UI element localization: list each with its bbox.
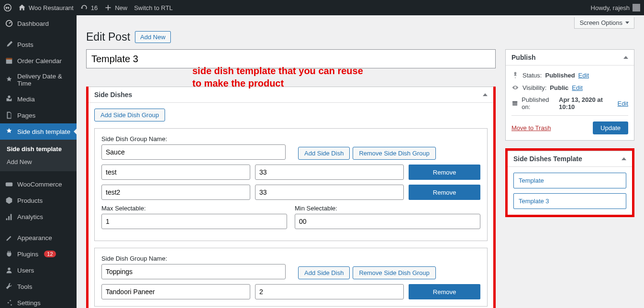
move-to-trash-link[interactable]: Move to Trash [511, 124, 551, 132]
publish-header[interactable]: Publish [506, 50, 634, 66]
svg-rect-4 [6, 182, 12, 186]
status-value: Published [545, 72, 575, 79]
site-name-link[interactable]: Woo Restaurant [18, 4, 74, 11]
add-side-dish-group-button[interactable]: Add Side Dish Group [94, 109, 165, 121]
dish-name-input[interactable] [101, 185, 250, 200]
visibility-value: Public [550, 84, 568, 91]
group-name-input[interactable] [101, 264, 286, 279]
dish-value-input[interactable] [255, 284, 404, 299]
side-dishes-panel: Side Dishes Add Side Dish Group Side Dis… [89, 87, 493, 308]
menu-settings[interactable]: Settings [0, 295, 77, 308]
svg-point-6 [10, 300, 11, 301]
svg-rect-3 [6, 58, 12, 60]
update-button[interactable]: Update [593, 121, 628, 134]
add-new-button[interactable]: Add New [135, 31, 171, 43]
templates-title: Side Dishes Template [513, 155, 582, 163]
triangle-up-icon [483, 93, 488, 96]
menu-plugins[interactable]: Plugins12 [0, 246, 77, 262]
svg-point-7 [8, 302, 9, 304]
switch-rtl-link[interactable]: Switch to RTL [134, 4, 173, 11]
published-on-value: Apr 13, 2020 at 10:10 [559, 96, 614, 110]
menu-analytics[interactable]: Analytics [0, 209, 77, 225]
svg-point-5 [8, 268, 10, 270]
dish-name-input[interactable] [101, 284, 250, 299]
howdy-link[interactable]: Howdy, rajesh [591, 4, 640, 11]
add-side-dish-button[interactable]: Add Side Dish [298, 266, 350, 279]
admin-sidebar: Dashboard Posts Order Calendar Delivery … [0, 15, 77, 308]
main-column: side dish template that you can reuse to… [86, 49, 496, 308]
publish-title: Publish [511, 54, 536, 61]
eye-icon [511, 84, 519, 91]
max-selectable-label: Max Selectable: [101, 205, 287, 212]
templates-panel: Side Dishes Template Template Template 3 [508, 151, 632, 215]
dish-name-input[interactable] [101, 165, 250, 180]
content: Screen Options Edit Post Add New side di… [77, 15, 644, 308]
menu-tools[interactable]: Tools [0, 278, 77, 295]
menu-order-calendar[interactable]: Order Calendar [0, 53, 77, 69]
svg-point-8 [11, 304, 12, 306]
menu-woocommerce[interactable]: WooCommerce [0, 176, 77, 192]
edit-date-link[interactable]: Edit [618, 100, 628, 107]
remove-dish-button[interactable]: Remove [409, 165, 480, 180]
triangle-up-icon [622, 157, 626, 160]
annotation-red-box-main: Side Dishes Add Side Dish Group Side Dis… [86, 87, 496, 308]
admin-bar: Woo Restaurant 16 New Switch to RTL Howd… [0, 0, 644, 15]
submenu-add-new[interactable]: Add New [0, 155, 77, 168]
group-name-label: Side Dish Group Name: [101, 255, 286, 262]
wp-logo[interactable] [4, 4, 11, 11]
min-selectable-label: Min Selectable: [295, 205, 480, 212]
max-selectable-input[interactable] [101, 214, 287, 229]
submenu-side-dish: Side dish template Add New [0, 140, 77, 171]
menu-media[interactable]: Media [0, 91, 77, 107]
dish-value-input[interactable] [255, 185, 404, 200]
updates-count: 16 [91, 4, 98, 11]
site-name: Woo Restaurant [29, 4, 74, 11]
annotation-red-box-side: Side Dishes Template Template Template 3 [505, 148, 634, 217]
template-item[interactable]: Template [513, 173, 626, 188]
menu-posts[interactable]: Posts [0, 36, 77, 53]
page-title: Edit Post [86, 31, 130, 44]
status-label: Status: [522, 72, 542, 79]
remove-dish-button[interactable]: Remove [409, 185, 480, 200]
chevron-down-icon [625, 22, 629, 24]
menu-delivery-date[interactable]: Delivery Date & Time [0, 69, 77, 91]
menu-products[interactable]: Products [0, 192, 77, 209]
calendar-icon [511, 99, 518, 107]
side-column: Publish Status: Published Edit Visibilit… [505, 49, 634, 308]
add-side-dish-button[interactable]: Add Side Dish [298, 147, 350, 160]
group-name-input[interactable] [101, 144, 286, 160]
menu-users[interactable]: Users [0, 262, 77, 278]
publish-panel: Publish Status: Published Edit Visibilit… [505, 49, 634, 141]
svg-rect-10 [512, 101, 517, 102]
avatar [633, 4, 640, 11]
group-name-label: Side Dish Group Name: [101, 135, 286, 143]
pin-icon [511, 71, 519, 79]
menu-appearance[interactable]: Appearance [0, 230, 77, 246]
visibility-label: Visibility: [522, 84, 546, 91]
min-selectable-input[interactable] [295, 214, 480, 229]
dish-value-input[interactable] [255, 165, 404, 180]
screen-options-toggle[interactable]: Screen Options [574, 17, 634, 29]
menu-dashboard[interactable]: Dashboard [0, 15, 77, 32]
edit-status-link[interactable]: Edit [578, 72, 589, 79]
plugins-badge: 12 [44, 251, 56, 257]
submenu-template-list[interactable]: Side dish template [0, 143, 77, 155]
remove-group-button[interactable]: Remove Side Dish Group [353, 147, 435, 160]
edit-visibility-link[interactable]: Edit [572, 84, 582, 91]
updates-link[interactable]: 16 [80, 4, 98, 11]
published-on-label: Published on: [522, 96, 555, 110]
template-item[interactable]: Template 3 [513, 193, 626, 209]
new-link[interactable]: New [104, 4, 127, 11]
remove-group-button[interactable]: Remove Side Dish Group [353, 266, 435, 279]
remove-dish-button[interactable]: Remove [409, 284, 480, 299]
side-dish-group: Side Dish Group Name: Add Side Dish Remo… [94, 248, 488, 307]
new-label: New [115, 4, 127, 11]
side-dish-group: Side Dish Group Name: Add Side Dish Remo… [94, 128, 488, 241]
templates-header[interactable]: Side Dishes Template [508, 151, 632, 167]
howdy-text: Howdy, rajesh [591, 4, 630, 11]
menu-pages[interactable]: Pages [0, 107, 77, 123]
triangle-up-icon [623, 56, 628, 59]
annotation-overlay: side dish template that you can reuse to… [192, 65, 363, 89]
side-dishes-title: Side Dishes [94, 91, 132, 99]
menu-side-dish-template[interactable]: Side dish template [0, 123, 77, 140]
